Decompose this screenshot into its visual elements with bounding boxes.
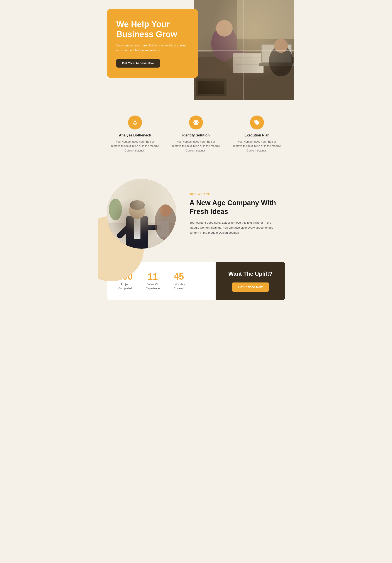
svg-rect-32 <box>157 221 169 237</box>
svg-rect-31 <box>144 225 161 230</box>
svg-rect-11 <box>196 78 226 96</box>
stat-industries-number: 45 <box>173 272 185 281</box>
feature-analyse-desc: Your content goes here. Edit or remove t… <box>111 140 159 153</box>
svg-point-17 <box>274 39 288 53</box>
stat-years: 11 Years Of Experience <box>146 272 160 290</box>
hero-cta-button[interactable]: Get Your Access Now <box>116 59 160 68</box>
feature-execution-desc: Your content goes here. Edit or remove t… <box>233 140 281 153</box>
svg-point-6 <box>253 55 257 58</box>
svg-rect-0 <box>194 0 294 100</box>
svg-point-34 <box>159 205 172 217</box>
about-heading: A New Age Company With Fresh Ideas <box>189 198 277 216</box>
svg-point-30 <box>130 200 145 210</box>
hero-card: We Help Your Business Grow Your content … <box>107 9 198 78</box>
svg-rect-25 <box>107 179 176 249</box>
svg-rect-3 <box>194 52 294 57</box>
about-description: Your content goes here. Edit or remove t… <box>189 220 277 235</box>
stat-projects-label: Project Completed <box>118 282 133 290</box>
svg-rect-12 <box>198 81 224 94</box>
feature-execution-title: Execution Plan <box>245 133 270 137</box>
features-section: Analyse Bottleneck Your content goes her… <box>98 100 294 166</box>
feature-identify-title: Identify Solution <box>182 133 209 137</box>
svg-rect-15 <box>259 63 294 66</box>
feature-analyse: Analyse Bottleneck Your content goes her… <box>111 115 159 153</box>
hero-description: Your content goes here. Edit or remove t… <box>116 43 189 53</box>
stats-right-panel: Want The Uplift? Get Started Now <box>216 262 285 300</box>
tag-icon <box>254 119 260 126</box>
svg-point-33 <box>155 205 176 240</box>
feature-identify-desc: Your content goes here. Edit or remove t… <box>172 140 220 153</box>
atom-icon <box>193 119 199 126</box>
about-label: WHO WE ARE <box>189 193 277 196</box>
about-photo-svg <box>107 179 176 249</box>
stat-industries-label: Industries Covered <box>173 282 185 290</box>
analyse-icon-circle <box>128 115 142 129</box>
traffic-cone-icon <box>132 119 138 126</box>
svg-rect-2 <box>194 52 294 100</box>
feature-identify: Identify Solution Your content goes here… <box>172 115 220 153</box>
svg-point-5 <box>216 20 233 37</box>
svg-point-29 <box>129 202 146 219</box>
stat-years-label: Years Of Experience <box>146 282 160 290</box>
hero-image <box>194 0 294 100</box>
svg-point-24 <box>107 179 176 249</box>
svg-rect-28 <box>134 217 140 239</box>
svg-point-35 <box>109 199 122 220</box>
feature-execution: Execution Plan Your content goes here. E… <box>233 115 281 153</box>
identify-icon-circle <box>189 115 203 129</box>
uplift-heading: Want The Uplift? <box>228 270 272 277</box>
about-image-wrap <box>107 179 176 249</box>
svg-point-4 <box>211 26 237 61</box>
svg-rect-7 <box>233 53 264 73</box>
svg-rect-14 <box>262 45 291 62</box>
stat-industries: 45 Industries Covered <box>173 272 185 290</box>
hero-section: We Help Your Business Grow Your content … <box>98 0 294 100</box>
get-started-button[interactable]: Get Started Now <box>232 282 269 292</box>
execution-icon-circle <box>250 115 264 129</box>
hero-photo-svg <box>194 0 294 100</box>
svg-rect-27 <box>126 216 148 249</box>
about-section: WHO WE ARE A New Age Company With Fresh … <box>98 166 294 262</box>
svg-point-16 <box>269 46 293 76</box>
feature-analyse-title: Analyse Bottleneck <box>119 133 151 137</box>
svg-point-20 <box>195 122 197 123</box>
about-circle-image <box>107 179 176 249</box>
about-content: WHO WE ARE A New Age Company With Fresh … <box>189 193 277 235</box>
stat-years-number: 11 <box>146 272 160 281</box>
hero-heading: We Help Your Business Grow <box>116 19 189 39</box>
svg-rect-26 <box>107 179 176 223</box>
svg-rect-1 <box>237 0 294 39</box>
svg-rect-13 <box>261 44 292 63</box>
